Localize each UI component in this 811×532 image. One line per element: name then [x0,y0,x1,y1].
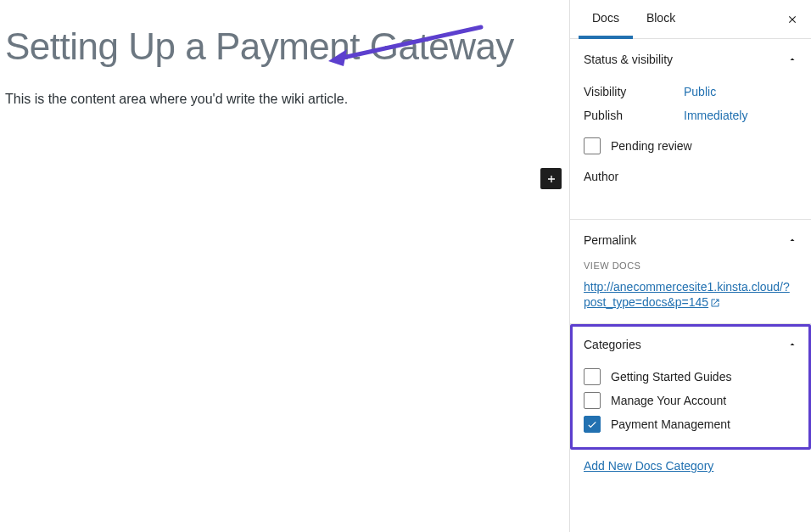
close-icon [786,14,798,25]
category-checkbox-payment-management[interactable] [584,416,601,433]
visibility-row: Visibility Public [584,80,797,104]
pending-review-checkbox[interactable] [584,137,601,154]
category-label: Getting Started Guides [611,370,731,384]
status-heading: Status & visibility [584,53,673,66]
visibility-value[interactable]: Public [684,85,716,98]
category-label: Manage Your Account [611,394,726,407]
category-item: Manage Your Account [584,389,797,412]
status-panel-toggle[interactable]: Status & visibility [584,53,797,66]
status-visibility-panel: Status & visibility Visibility Public Pu… [570,39,811,220]
view-docs-label: VIEW DOCS [584,260,797,271]
permalink-panel: Permalink VIEW DOCS http://anecommercesi… [570,220,811,324]
sidebar-tabs: Docs Block [570,0,811,39]
permalink-panel-toggle[interactable]: Permalink [584,233,797,247]
author-label: Author [584,170,684,183]
post-content[interactable]: This is the content area where you'd wri… [5,92,569,107]
editor-canvas: Setting Up a Payment Gateway This is the… [0,0,569,532]
visibility-label: Visibility [584,85,684,98]
plus-icon [545,172,558,186]
publish-label: Publish [584,109,684,122]
tab-block[interactable]: Block [633,1,689,39]
pending-review-row: Pending review [584,134,797,158]
category-checkbox-manage-account[interactable] [584,392,601,409]
publish-row: Publish Immediately [584,104,797,127]
chevron-up-icon [787,54,797,64]
tab-docs[interactable]: Docs [579,1,633,39]
publish-value[interactable]: Immediately [684,109,747,122]
categories-panel: Categories Getting Started Guides Manage… [570,324,811,450]
category-checkbox-getting-started[interactable] [584,368,601,385]
pending-review-label: Pending review [611,139,692,153]
category-item: Getting Started Guides [584,365,797,389]
add-category-row: Add New Docs Category [570,450,811,482]
add-block-button[interactable] [540,168,562,189]
permalink-heading: Permalink [584,233,636,247]
post-title[interactable]: Setting Up a Payment Gateway [5,25,569,68]
author-row: Author [584,165,797,188]
author-value-blurred [584,188,797,205]
category-item: Payment Management [584,412,797,436]
permalink-url[interactable]: http://anecommercesite1.kinsta.cloud/?po… [584,280,790,309]
categories-heading: Categories [584,338,641,351]
chevron-up-icon [787,235,797,245]
close-sidebar-button[interactable] [782,9,803,30]
external-link-icon [710,298,720,308]
add-new-category-link[interactable]: Add New Docs Category [584,459,713,473]
category-label: Payment Management [611,417,730,431]
categories-panel-toggle[interactable]: Categories [584,338,797,351]
chevron-up-icon [787,339,797,350]
settings-sidebar: Docs Block Status & visibility Visibilit… [569,0,811,532]
